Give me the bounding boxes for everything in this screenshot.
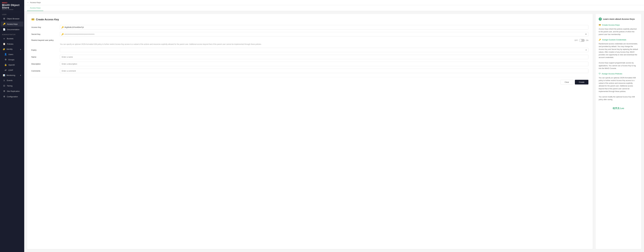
sidebar-item-site-replication[interactable]: ⚙ Site Replication	[1, 89, 24, 94]
clear-button[interactable]: Clear	[560, 80, 573, 85]
access-key-input-wrap: 🔑	[60, 25, 588, 29]
config-icon: ⚙	[3, 95, 6, 98]
sidebar-item-label: Groups	[8, 59, 14, 61]
admin-section-label: Administrator	[0, 32, 24, 36]
groups-icon: ⚙	[4, 58, 7, 61]
help-section-create: 💳 Create Access Keys Access Keys inherit…	[599, 24, 638, 36]
toggle-thumb	[579, 39, 582, 41]
policy-icon: 📋	[3, 43, 6, 45]
policy-label: Restrict beyond user policy	[31, 39, 54, 41]
sidebar-item-label: Tiering	[7, 85, 12, 87]
help-section-text-2: Access Keys support programmatic access …	[599, 62, 638, 70]
help-section-policies: 🛡 Assign Access Policies You can specify…	[599, 72, 638, 101]
ldap-icon: ⇄	[4, 69, 7, 71]
monitoring-icon: 📊	[3, 74, 5, 76]
tab-access-keys[interactable]: Access Keys	[27, 5, 43, 11]
description-label: Description	[31, 62, 57, 65]
sidebar-item-openid[interactable]: 🔒 OpenID	[2, 62, 24, 67]
toggle-on-label: ON	[586, 39, 588, 41]
sidebar-item-ldap[interactable]: ⇄ LDAP	[2, 68, 24, 73]
user-section-label: User	[0, 12, 24, 16]
doc-icon: 📄	[3, 28, 6, 31]
policy-description: You can specify an optional JSON-formatt…	[60, 43, 588, 45]
help-title: ? Learn more about Access Keys	[599, 17, 638, 21]
sidebar-item-label: Configuration	[7, 96, 18, 98]
sidebar-item-label: Users	[8, 53, 13, 55]
secret-key-icon: 🔑	[61, 33, 64, 35]
back-arrow-icon[interactable]: ←	[27, 1, 29, 3]
sidebar-item-events[interactable]: λ Events	[1, 78, 24, 83]
form-title-text: Create Access Key	[36, 18, 59, 21]
sidebar-item-label: Policies	[7, 43, 14, 45]
help-section-label: Assign Custom Credentials	[602, 38, 626, 41]
form-title: 💳 Create Access Key	[31, 18, 588, 21]
expiry-select-wrap: 1 Hour 24 Hours 7 Days 30 Days ▼	[60, 48, 588, 52]
help-section-label: Assign Access Policies	[602, 72, 622, 75]
main-content: ← Access Keys Access Keys 💳 Create Acces…	[24, 0, 644, 252]
logo: MINIO MinIO Object Store AGPLv3 LICENSE	[0, 0, 24, 12]
sidebar-item-documentation[interactable]: 📄 Documentation	[1, 27, 24, 32]
policy-toggle-wrap: OFF ON	[60, 39, 588, 42]
name-input-wrap	[60, 55, 588, 59]
sidebar-item-label: Access Keys	[7, 23, 18, 25]
breadcrumb-bar: ← Access Keys	[24, 0, 644, 5]
expiry-label: Expiry	[31, 48, 57, 51]
create-button[interactable]: Create	[575, 80, 588, 85]
secret-key-input-wrap: 🔑 👁	[60, 32, 588, 36]
help-section-policies-text: You can specify an optional JSON-formatt…	[599, 77, 638, 93]
comments-input[interactable]	[60, 69, 588, 73]
sidebar-item-policies[interactable]: 📋 Policies	[1, 41, 24, 46]
sidebar-item-tiering[interactable]: ⊡ Tiering	[1, 83, 24, 88]
description-row: Description	[31, 62, 588, 66]
sidebar-item-label: Buckets	[7, 37, 14, 40]
form-panel: 💳 Create Access Key Access Key 🔑 Secret …	[27, 14, 593, 249]
sidebar-monitoring-label: Monitoring	[6, 74, 15, 76]
key-icon: 🔑	[3, 23, 6, 25]
access-key-icon: 🔑	[61, 26, 64, 28]
secret-key-row: Secret Key 🔑 👁	[31, 32, 588, 36]
form-actions: Clear Create	[31, 77, 588, 85]
help-panel: ? Learn more about Access Keys 💳 Create …	[596, 14, 641, 249]
replication-icon: ⚙	[3, 90, 6, 92]
access-key-input[interactable]	[60, 25, 588, 29]
sidebar-item-monitoring[interactable]: 📊 Monitoring ▼	[1, 73, 24, 78]
policy-row: Restrict beyond user policy OFF ON	[31, 39, 588, 42]
chevron-down-icon: ▼	[20, 75, 22, 76]
tab-label: Access Keys	[30, 7, 40, 9]
sidebar-item-configuration[interactable]: ⚙ Configuration	[1, 94, 24, 99]
create-section-icon: 💳	[599, 24, 601, 27]
sidebar-item-buckets[interactable]: ≡ Buckets	[1, 36, 24, 41]
sidebar-item-users[interactable]: 👤 Users	[2, 52, 24, 57]
access-key-row: Access Key 🔑	[31, 25, 588, 29]
help-question-icon: ?	[599, 17, 602, 21]
description-input-wrap	[60, 62, 588, 66]
expiry-row: Expiry 1 Hour 24 Hours 7 Days 30 Days ▼	[31, 48, 588, 52]
description-input[interactable]	[60, 62, 588, 66]
comments-input-wrap	[60, 69, 588, 73]
sidebar-item-object-browser[interactable]: ⊞ Object Browser	[1, 16, 24, 21]
name-input[interactable]	[60, 55, 588, 59]
form-title-icon: 💳	[31, 18, 34, 21]
help-section-policies-text-2: You cannot modify the optional Access Ke…	[599, 96, 638, 101]
expiry-select[interactable]: 1 Hour 24 Hours 7 Days 30 Days	[60, 48, 588, 52]
sidebar-item-label: LDAP	[8, 69, 13, 71]
help-section-text: Access Keys inherit the policies explici…	[599, 28, 638, 36]
restrict-policy-toggle[interactable]	[579, 39, 585, 42]
help-title-text: Learn more about Access Keys	[603, 17, 635, 21]
sidebar-item-groups[interactable]: ⚙ Groups	[2, 57, 24, 62]
secret-key-input[interactable]	[60, 32, 588, 36]
help-section-text: Randomized access credentials are recomm…	[599, 42, 638, 59]
grid-icon: ⊞	[3, 17, 6, 20]
sidebar-identity-label: Identity	[6, 48, 12, 50]
identity-icon: 🔐	[3, 48, 5, 50]
sidebar: MINIO MinIO Object Store AGPLv3 LICENSE …	[0, 0, 24, 252]
help-section-policies-title: 🛡 Assign Access Policies	[599, 72, 638, 75]
tab-bar: Access Keys	[24, 5, 644, 11]
policy-label-wrap: Restrict beyond user policy	[31, 39, 57, 41]
eye-icon[interactable]: 👁	[585, 33, 587, 35]
sidebar-item-access-keys[interactable]: 🔑 Access Keys	[1, 21, 24, 27]
logo-minio: MINIO	[2, 2, 8, 4]
sidebar-item-label: Documentation	[7, 28, 20, 31]
help-section-credentials-title: 🔑 Assign Custom Credentials	[599, 38, 638, 41]
sidebar-item-identity[interactable]: 🔐 Identity ▲	[1, 47, 24, 51]
